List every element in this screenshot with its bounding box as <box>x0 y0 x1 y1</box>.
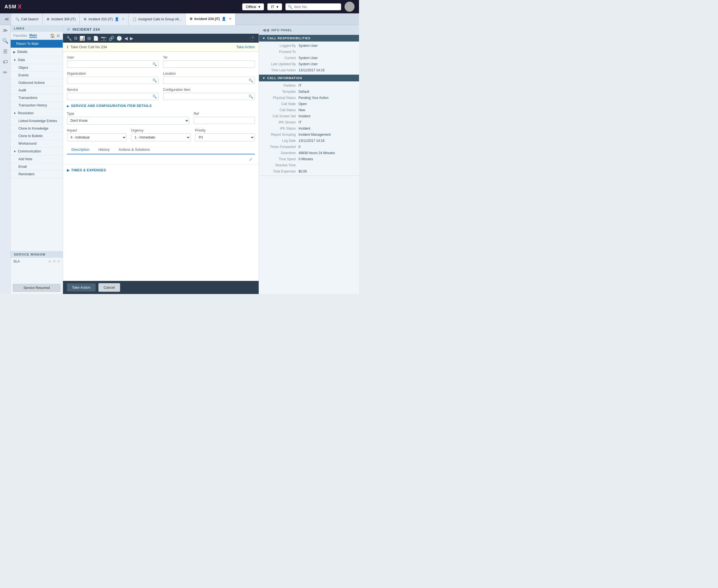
partition-dropdown[interactable]: IT <box>267 3 282 10</box>
tel-input[interactable] <box>163 61 255 68</box>
tab-close-incident-234[interactable]: ✕ <box>229 17 231 21</box>
sidebar-item-workaround[interactable]: Workaround <box>10 140 63 147</box>
toolbar-help-btn[interactable]: ? <box>250 35 255 41</box>
sidebar-home-icon[interactable]: 🏠 <box>50 34 55 38</box>
sidebar-item-email[interactable]: Email <box>10 163 63 171</box>
sidebar-item-add-note[interactable]: Add Note <box>10 155 63 163</box>
current-value: System User <box>298 56 318 60</box>
sidebar-group-resolution[interactable]: ▼ Resolution <box>10 109 63 117</box>
toolbar-next-btn[interactable]: ▶ <box>130 36 133 41</box>
tab-icon: ⚙ <box>46 17 49 21</box>
urgency-select[interactable]: 1 - Immediate <box>131 133 191 141</box>
call-responsibilities-header[interactable]: ▼ CALL RESPONSIBILITIES <box>259 35 359 42</box>
avatar[interactable] <box>344 2 355 12</box>
time-spent-label: Time Spent <box>262 157 298 161</box>
sidebar-group-details[interactable]: ▶ Details <box>10 48 63 56</box>
downtime-value: 48938 Hours 24 Minutes <box>298 151 335 155</box>
priority-select[interactable]: P3 <box>195 133 255 141</box>
right-panel-collapse-icon[interactable]: ◀◀ <box>262 27 269 33</box>
expand-icon[interactable]: ⤢ <box>249 156 253 162</box>
location-input[interactable] <box>163 77 255 84</box>
service-resumed-button[interactable]: Service Resumed <box>13 284 61 292</box>
sidebar-item-reminders[interactable]: Reminders <box>10 171 63 178</box>
toolbar-doc-btn[interactable]: 📄 <box>93 36 99 41</box>
sidebar-item-outbound-actions[interactable]: Outbound Actions <box>10 79 63 87</box>
template-value: Default <box>298 90 309 93</box>
sub-tabs-bar: Description History Actions & Solutions <box>67 145 255 154</box>
tab-incident-234[interactable]: ⚙ Incident 234 (IT) 👤 ✕ <box>186 13 235 25</box>
toolbar-copy-btn[interactable]: ⧉ <box>74 36 77 41</box>
config-item-input[interactable] <box>163 93 255 100</box>
sla-label: SLA <box>14 259 20 263</box>
organization-label: Organization <box>67 71 159 76</box>
toolbar-link-btn[interactable]: 🔗 <box>109 36 114 41</box>
toolbar-camera-btn[interactable]: 📷 <box>101 36 106 41</box>
svc-config-arrow-icon: ▶ <box>67 105 69 108</box>
sla-icon-1[interactable]: ⊙ <box>48 259 51 263</box>
sidebar-item-transaction-history[interactable]: Transaction History <box>10 102 63 109</box>
times-expenses-section[interactable]: ▶ TIMES & EXPENSES <box>63 165 259 175</box>
take-action-link[interactable]: Take Action <box>236 45 255 49</box>
status-dropdown[interactable]: Offline <box>242 3 264 10</box>
tel-field: Tel <box>163 56 255 68</box>
tabs-collapse-icon[interactable]: ≪ <box>2 17 12 22</box>
sidebar-item-object[interactable]: Object <box>10 64 63 71</box>
info-row-partition: Partition IT <box>259 83 359 89</box>
sub-tab-history[interactable]: History <box>94 145 114 154</box>
cancel-button[interactable]: Cancel <box>99 283 120 292</box>
sla-icon-2[interactable]: ↺ <box>53 259 56 263</box>
sidebar-item-clone-bulletin[interactable]: Clone to Bulletin <box>10 132 63 140</box>
sidebar-item-clone-knowledge[interactable]: Clone to Knowledge <box>10 125 63 132</box>
call-information-table: Partition IT Template Default Physical S… <box>259 81 359 175</box>
toolbar-chart-btn[interactable]: 📊 <box>80 36 85 41</box>
toolbar-clock-btn[interactable]: 🕐 <box>117 36 122 41</box>
sidebar-item-return-to-main[interactable]: Return To Main <box>10 40 63 48</box>
toolbar-prev-btn[interactable]: ◀ <box>124 36 128 41</box>
tab-incident-310[interactable]: ⚙ Incident 310 (IT) 👤 ✕ <box>80 13 128 25</box>
physical-status-value: Pending Your Action <box>298 96 328 100</box>
tab-close-incident-310[interactable]: ✕ <box>122 17 124 21</box>
urgency-field: Urgency 1 - Immediate <box>131 128 191 141</box>
logged-by-label: Logged By <box>262 44 298 48</box>
sub-tab-description[interactable]: Description <box>67 145 94 154</box>
sidebar-item-events[interactable]: Events <box>10 71 63 79</box>
icon-bar-menu[interactable]: ☰ <box>3 48 7 55</box>
call-information-header[interactable]: ▼ CALL INFORMATION <box>259 75 359 81</box>
service-input[interactable] <box>67 93 159 100</box>
icon-bar-tag[interactable]: 🏷 <box>3 59 8 65</box>
sidebar-tab-favorites[interactable]: Favorites <box>14 34 27 38</box>
tab-call-search[interactable]: 🔍 Call Search <box>12 13 43 25</box>
toolbar-wrench-btn[interactable]: 🔧 <box>66 36 72 41</box>
sla-icon-3[interactable]: ⊙ <box>57 259 60 263</box>
forward-to-label: Forward To <box>262 50 298 54</box>
sidebar-group-communication[interactable]: ▼ Communication <box>10 147 63 155</box>
sidebar-item-linked-knowledge[interactable]: Linked Knowledge Entries <box>10 117 63 125</box>
tab-incident-309[interactable]: ⚙ Incident 309 (IT) <box>43 13 80 25</box>
toolbar-grid-btn[interactable]: ⊞ <box>87 36 91 41</box>
tab-assigned-calls[interactable]: 📋 Assigned Calls to Group All... <box>128 13 186 25</box>
take-action-button[interactable]: Take Action <box>67 284 96 292</box>
impact-select[interactable]: 4 - Individual <box>67 133 127 141</box>
sidebar-tab-main[interactable]: Main <box>29 34 37 38</box>
sidebar: LINKS Favorites Main 🏠 ⊞ Return To Main … <box>10 25 63 294</box>
sidebar-group-data[interactable]: ▼ Data <box>10 56 63 64</box>
time-last-action-label: Time Last Action <box>262 68 298 72</box>
sidebar-item-audit[interactable]: Audit <box>10 87 63 94</box>
takeover-info-icon: ℹ <box>67 45 68 49</box>
user-input[interactable] <box>67 61 159 68</box>
svc-config-section-header[interactable]: ▶ SERVICE AND CONFIGURATION ITEM DETAILS <box>67 104 255 108</box>
sidebar-item-transactions[interactable]: Transactions <box>10 94 63 102</box>
global-search-box: 🔍 <box>286 3 341 10</box>
ref-input[interactable] <box>194 117 255 124</box>
icon-bar-search[interactable]: 🔍 <box>2 38 8 44</box>
icon-bar-collapse[interactable]: ≫ <box>2 27 8 34</box>
search-input[interactable] <box>294 5 339 9</box>
type-select[interactable]: Don't Know <box>67 117 189 125</box>
sub-tab-actions-solutions[interactable]: Actions & Solutions <box>114 145 154 154</box>
sidebar-grid-icon[interactable]: ⊞ <box>57 34 60 38</box>
organization-input[interactable] <box>67 77 159 84</box>
sidebar-data-label: Data <box>18 58 25 62</box>
icon-bar-pencil[interactable]: ✏ <box>3 69 7 76</box>
tab-icon: 📋 <box>132 17 136 21</box>
top-navigation: ASM X Offline IT 🔍 <box>0 0 359 13</box>
